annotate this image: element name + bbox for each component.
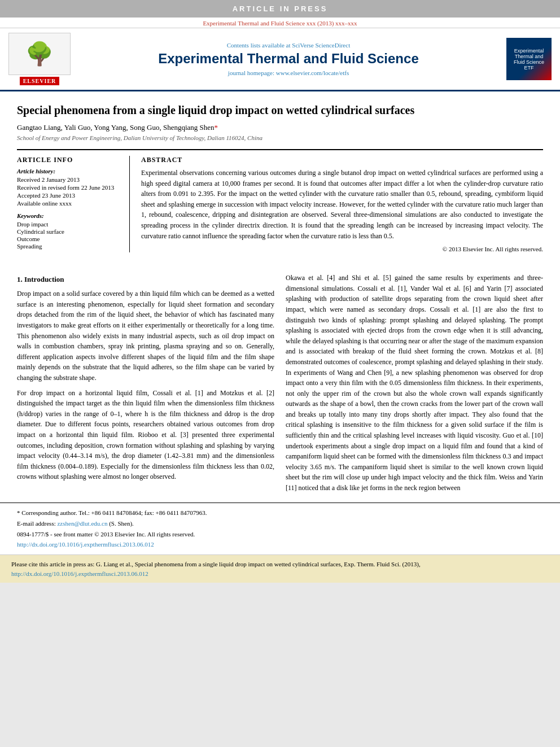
info-abstract-columns: ARTICLE INFO Article history: Received 2… — [17, 149, 543, 252]
homepage-link[interactable]: www.elsevier.com/locate/etfs — [276, 69, 349, 76]
intro-paragraph-3: Okawa et al. [4] and Shi et al. [5] gain… — [286, 273, 543, 493]
footnote-doi: http://dx.doi.org/10.1016/j.expthermflus… — [17, 540, 543, 549]
keywords-label: Keywords: — [17, 212, 121, 219]
journal-homepage: journal homepage: www.elsevier.com/locat… — [79, 69, 498, 76]
keyword-drop-impact: Drop impact — [17, 221, 121, 228]
journal-ref-text: Experimental Thermal and Fluid Science x… — [203, 20, 357, 27]
article-info-heading: ARTICLE INFO — [17, 156, 121, 164]
intro-paragraph-1: Drop impact on a solid surface covered b… — [17, 289, 274, 383]
elsevier-logo-box: 🌳 — [8, 33, 71, 75]
asterisk-icon: * — [215, 123, 218, 132]
abstract-heading: ABSTRACT — [141, 156, 543, 164]
article-content: Special phenomena from a single liquid d… — [0, 91, 560, 273]
footnotes-area: * Corresponding author. Tel.: +86 0411 8… — [0, 503, 560, 555]
elsevier-label: ELSEVIER — [20, 77, 60, 85]
article-title: Special phenomena from a single liquid d… — [17, 103, 543, 117]
cite-prefix: Please cite this article in press as: G.… — [11, 561, 421, 567]
received-date: Received 2 January 2013 — [17, 176, 121, 183]
journal-thumbnail: Experimental Thermal and Fluid Science E… — [506, 38, 552, 80]
article-authors: Gangtao Liang, Yali Guo, Yong Yang, Song… — [17, 123, 543, 132]
body-content: 1. Introduction Drop impact on a solid s… — [0, 273, 560, 497]
body-col-left: 1. Introduction Drop impact on a solid s… — [17, 273, 274, 497]
journal-header: 🌳 ELSEVIER Contents lists available at S… — [0, 28, 560, 91]
elsevier-tree-icon: 🌳 — [25, 41, 54, 67]
intro-section-title: 1. Introduction — [17, 274, 274, 285]
footnote-email: E-mail address: zzshen@dlut.edu.cn (S. S… — [17, 519, 543, 528]
keyword-spreading: Spreading — [17, 243, 121, 250]
banner-text: ARTICLE IN PRESS — [233, 5, 328, 13]
journal-title: Experimental Thermal and Fluid Science — [79, 51, 498, 67]
email-suffix: (S. Shen). — [107, 520, 133, 527]
cite-doi-link[interactable]: http://dx.doi.org/10.1016/j.expthermflus… — [11, 570, 148, 577]
authors-text: Gangtao Liang, Yali Guo, Yong Yang, Song… — [17, 123, 218, 132]
article-affiliation: School of Energy and Power Engineering, … — [17, 134, 543, 141]
available-date: Available online xxxx — [17, 200, 121, 207]
journal-thumb-area: Experimental Thermal and Fluid Science E… — [504, 38, 554, 80]
footnote-issn: 0894-1777/$ - see front matter © 2013 El… — [17, 530, 543, 539]
sciverse-link[interactable]: SciVerse ScienceDirect — [292, 42, 350, 49]
footnote-corresponding: * Corresponding author. Tel.: +86 0411 8… — [17, 509, 543, 518]
journal-header-center: Contents lists available at SciVerse Sci… — [79, 42, 498, 76]
revised-date: Received in revised form 22 June 2013 — [17, 184, 121, 191]
page-wrapper: ARTICLE IN PRESS Experimental Thermal an… — [0, 0, 560, 583]
journal-info-bar: Experimental Thermal and Fluid Science x… — [0, 18, 560, 28]
doi-link[interactable]: http://dx.doi.org/10.1016/j.expthermflus… — [17, 541, 154, 548]
abstract-text: Experimental observations concerning var… — [141, 168, 543, 241]
article-info-column: ARTICLE INFO Article history: Received 2… — [17, 156, 130, 252]
copyright-line: © 2013 Elsevier Inc. All rights reserved… — [141, 246, 543, 252]
email-label: E-mail address: — [17, 520, 57, 527]
elsevier-logo-area: 🌳 ELSEVIER — [6, 33, 73, 85]
sciverse-line: Contents lists available at SciVerse Sci… — [79, 42, 498, 49]
history-label: Article history: — [17, 168, 121, 174]
body-col-right: Okawa et al. [4] and Shi et al. [5] gain… — [286, 273, 543, 497]
keyword-outcome: Outcome — [17, 235, 121, 242]
accepted-date: Accepted 23 June 2013 — [17, 192, 121, 199]
journal-thumb-text: Experimental Thermal and Fluid Science E… — [509, 48, 549, 71]
keyword-cylindrical: Cylindrical surface — [17, 228, 121, 235]
abstract-column: ABSTRACT Experimental observations conce… — [141, 156, 543, 252]
homepage-prefix: journal homepage: — [228, 69, 276, 76]
article-in-press-banner: ARTICLE IN PRESS — [0, 0, 560, 18]
cite-bar: Please cite this article in press as: G.… — [0, 554, 560, 583]
email-link[interactable]: zzshen@dlut.edu.cn — [57, 520, 107, 527]
intro-paragraph-2: For drop impact on a horizontal liquid f… — [17, 388, 274, 482]
sciverse-prefix: Contents lists available at — [227, 42, 292, 49]
